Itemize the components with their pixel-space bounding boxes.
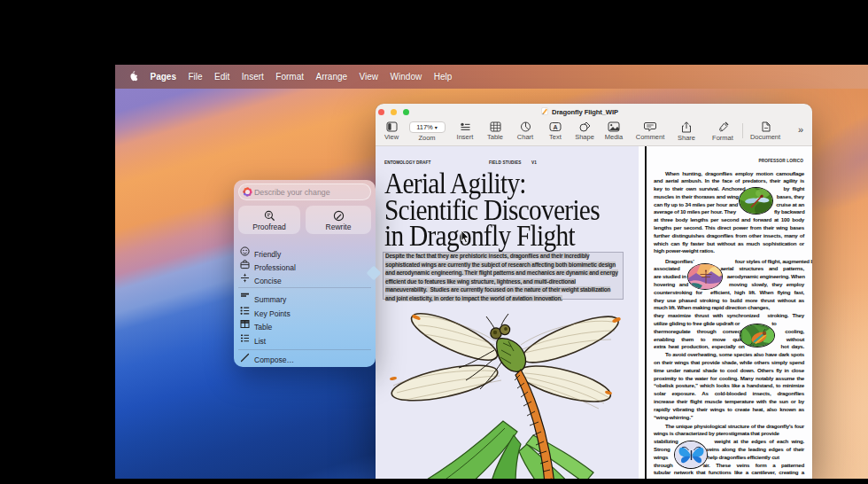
svg-text:A: A xyxy=(553,124,557,130)
